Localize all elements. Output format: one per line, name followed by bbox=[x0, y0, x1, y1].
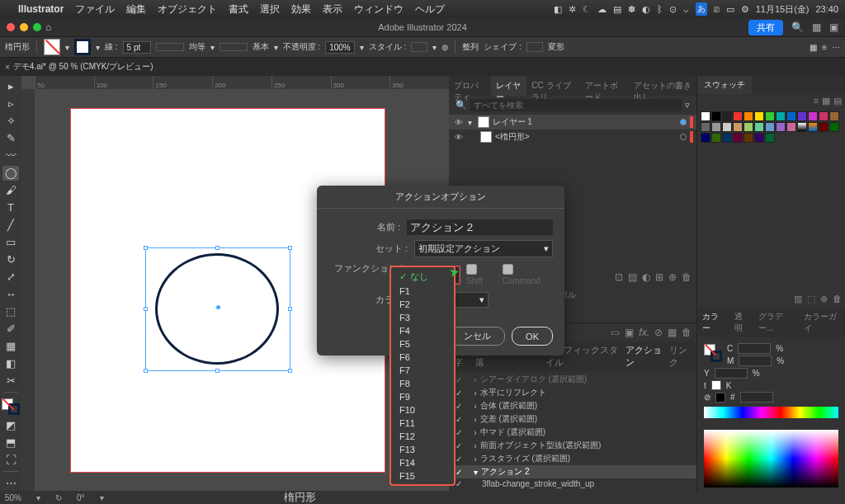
dropdown-item[interactable]: F6 bbox=[391, 351, 454, 364]
share-button[interactable]: 共有 bbox=[748, 20, 783, 35]
swatch[interactable] bbox=[819, 111, 828, 121]
handle[interactable] bbox=[288, 307, 292, 311]
fill-stroke-mini[interactable] bbox=[704, 344, 722, 362]
swatch[interactable] bbox=[722, 111, 732, 121]
swatch-view-icon[interactable]: ≡ bbox=[814, 96, 819, 106]
swatch[interactable] bbox=[786, 111, 796, 121]
eraser-tool[interactable]: ◧ bbox=[2, 356, 19, 371]
style-swatch[interactable] bbox=[411, 42, 427, 52]
swatch[interactable] bbox=[754, 111, 764, 121]
window-maximize[interactable] bbox=[33, 23, 41, 31]
swatch[interactable] bbox=[776, 122, 786, 132]
gradient-tool[interactable]: ▦ bbox=[2, 339, 19, 354]
window-minimize[interactable] bbox=[20, 23, 28, 31]
rectangle-tool[interactable]: ▭ bbox=[2, 235, 19, 250]
swatch[interactable] bbox=[765, 133, 775, 143]
screen-mode[interactable]: ⛶ bbox=[2, 452, 19, 467]
swatch[interactable] bbox=[797, 122, 807, 132]
dropdown-item[interactable]: F3 bbox=[391, 311, 454, 324]
function-key-dropdown[interactable]: ✓なし F1 F2 F3 F4 F5 F6 F7 F8 F9 F10 F11 F… bbox=[389, 266, 456, 486]
action-row-selected[interactable]: ✓ ▾アクション 2 bbox=[449, 465, 696, 478]
tab-transparency[interactable]: 透明 bbox=[729, 308, 754, 337]
dropdown-item[interactable]: F12 bbox=[391, 430, 454, 443]
swatch[interactable] bbox=[765, 111, 775, 121]
brush-def[interactable] bbox=[220, 43, 248, 51]
type-tool[interactable]: T bbox=[2, 200, 19, 215]
dropdown-item[interactable]: F5 bbox=[391, 337, 454, 351]
app-name[interactable]: Illustrator bbox=[18, 3, 64, 15]
rotation-angle[interactable]: 0° bbox=[77, 493, 85, 502]
magenta-field[interactable] bbox=[739, 356, 772, 366]
handle[interactable] bbox=[144, 246, 148, 250]
tab-swatches[interactable]: スウォッチ bbox=[697, 76, 752, 94]
zoom-level[interactable]: 50% bbox=[5, 493, 21, 502]
swatch[interactable] bbox=[744, 122, 753, 132]
width-tool[interactable]: ↔ bbox=[2, 287, 19, 302]
swatch[interactable] bbox=[754, 133, 764, 143]
layer-name[interactable]: レイヤー 1 bbox=[493, 116, 532, 128]
cyan-field[interactable] bbox=[738, 343, 771, 354]
tray-icon[interactable]: ▤ bbox=[613, 4, 621, 15]
tab-gradient[interactable]: グラデー... bbox=[753, 308, 799, 337]
menu-effect[interactable]: 効果 bbox=[291, 2, 311, 16]
swatch[interactable] bbox=[754, 122, 764, 132]
menu-help[interactable]: ヘルプ bbox=[415, 2, 445, 16]
handle[interactable] bbox=[288, 369, 292, 373]
color-mode[interactable]: ◩ bbox=[2, 417, 19, 432]
layers-icon[interactable]: ▤ bbox=[628, 271, 637, 283]
control-center-icon[interactable]: ⚙ bbox=[741, 4, 749, 15]
dropdown-item[interactable]: F8 bbox=[391, 377, 454, 390]
swatch[interactable] bbox=[808, 111, 818, 121]
menu-type[interactable]: 書式 bbox=[229, 2, 248, 16]
action-row[interactable]: ✓ ›ラスタライズ (選択範囲) bbox=[449, 452, 696, 465]
menu-view[interactable]: 表示 bbox=[323, 2, 342, 16]
panel-icon[interactable]: ▦ bbox=[810, 43, 817, 52]
action-name-field[interactable] bbox=[407, 219, 553, 235]
dropdown-item[interactable]: F15 bbox=[391, 469, 454, 483]
action-row[interactable]: ✓ ›交差 (選択範囲) bbox=[449, 412, 696, 426]
swatch[interactable] bbox=[733, 122, 743, 132]
swatch[interactable] bbox=[733, 133, 743, 143]
battery-icon[interactable]: ▭ bbox=[726, 4, 734, 15]
fx-label[interactable]: fx. bbox=[639, 327, 649, 338]
dropdown-item[interactable]: F1 bbox=[391, 285, 454, 298]
shape-builder-tool[interactable]: ⬚ bbox=[2, 304, 19, 319]
fx-icon[interactable]: ⊘ bbox=[654, 327, 663, 338]
window-close[interactable] bbox=[7, 23, 15, 31]
swatch[interactable] bbox=[776, 111, 786, 121]
delete-icon[interactable]: 🗑 bbox=[682, 327, 692, 338]
color-strip[interactable] bbox=[704, 407, 838, 418]
swatch[interactable] bbox=[744, 133, 753, 143]
swatch[interactable] bbox=[711, 111, 721, 121]
handle[interactable] bbox=[215, 369, 220, 373]
menu-window[interactable]: ウィンドウ bbox=[354, 2, 404, 16]
swatch[interactable] bbox=[808, 122, 818, 132]
none-icon[interactable]: ⊘ bbox=[704, 393, 710, 402]
tray-icon[interactable]: ⊙ bbox=[669, 4, 677, 15]
delete-icon[interactable]: 🗑 bbox=[682, 271, 692, 283]
swatch[interactable] bbox=[744, 111, 753, 121]
swatch[interactable] bbox=[797, 111, 807, 121]
tab-colorguide[interactable]: カラーガイ bbox=[799, 308, 845, 337]
rotate-tool[interactable]: ↻ bbox=[2, 252, 19, 267]
shape-button[interactable]: シェイプ : bbox=[484, 41, 522, 53]
draw-mode[interactable]: ⬒ bbox=[2, 435, 19, 450]
action-row[interactable]: ✓ ›シアーダイアロク (選択範囲) bbox=[449, 373, 696, 386]
shape-prev[interactable] bbox=[526, 42, 543, 52]
swatch[interactable] bbox=[733, 111, 743, 121]
align-button[interactable]: 整列 bbox=[462, 41, 479, 53]
menu-select[interactable]: 選択 bbox=[260, 2, 280, 16]
swatch[interactable] bbox=[819, 122, 828, 132]
screen-icon[interactable]: ⎚ bbox=[714, 4, 720, 14]
swatch[interactable] bbox=[711, 133, 721, 143]
cancel-button[interactable]: ンセル bbox=[450, 327, 505, 346]
edit-toolbar[interactable]: ⋯ bbox=[2, 476, 19, 491]
action-row[interactable]: ✓ ›合体 (選択範囲) bbox=[449, 399, 696, 412]
paintbrush-tool[interactable]: 🖌 bbox=[2, 183, 19, 198]
tab-actions[interactable]: アクション bbox=[625, 344, 663, 369]
stroke-width-field[interactable]: 5 pt bbox=[123, 41, 151, 54]
handle[interactable] bbox=[144, 369, 148, 373]
magic-wand-tool[interactable]: ✧ bbox=[2, 114, 19, 129]
eyedropper-tool[interactable]: ✐ bbox=[2, 322, 19, 337]
swatch[interactable] bbox=[701, 111, 710, 121]
